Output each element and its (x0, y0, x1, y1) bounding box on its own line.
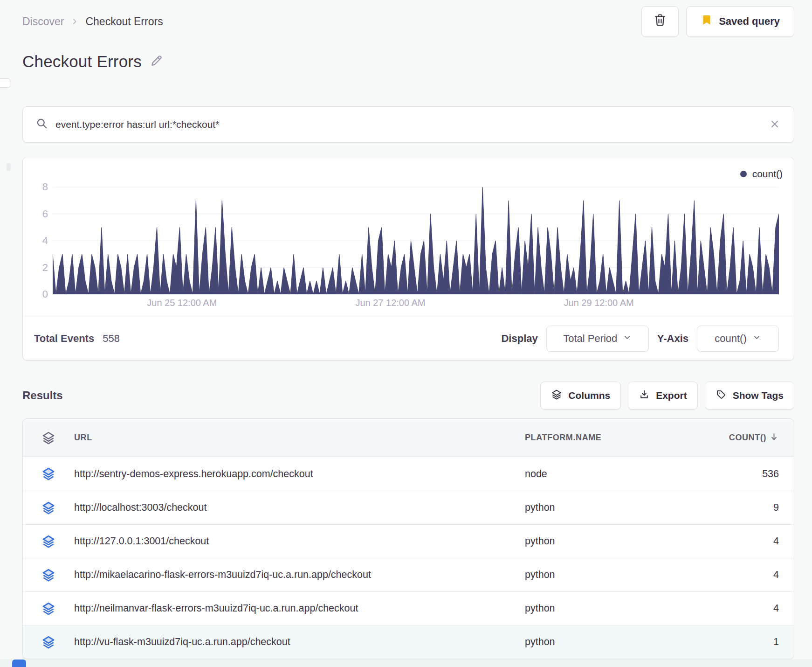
tag-icon (716, 389, 727, 403)
chart-plot: 02468 (53, 183, 779, 294)
chart-footer: Total Events 558 Display Total Period Y-… (34, 317, 783, 360)
column-header-count[interactable]: COUNT() (721, 432, 779, 444)
platform-cell[interactable]: python (525, 535, 721, 547)
clear-search-button[interactable] (770, 119, 780, 131)
chevron-down-icon (623, 333, 632, 345)
row-stack-icon[interactable] (41, 568, 74, 582)
chart-controls: Display Total Period Y-Axis count() (501, 326, 779, 352)
platform-cell[interactable]: python (525, 603, 721, 614)
page-header: Discover Checkout Errors (22, 0, 794, 36)
total-events: Total Events 558 (34, 333, 120, 345)
page-title: Checkout Errors (22, 52, 142, 71)
collapsed-sidebar-handle[interactable] (0, 78, 10, 88)
breadcrumb-current: Checkout Errors (85, 15, 163, 28)
show-tags-button[interactable]: Show Tags (705, 382, 794, 410)
count-cell[interactable]: 1 (721, 636, 779, 648)
trash-icon (653, 13, 667, 30)
yaxis-label: Y-Axis (657, 333, 688, 345)
search-input[interactable] (55, 119, 762, 130)
columns-button-label: Columns (568, 390, 610, 401)
saved-query-label: Saved query (719, 15, 780, 28)
edit-title-button[interactable] (149, 54, 163, 69)
chevron-down-icon (752, 333, 761, 345)
results-heading: Results (22, 389, 63, 402)
x-axis-labels: Jun 25 12:00 AMJun 27 12:00 AMJun 29 12:… (53, 294, 779, 311)
stack-icon (551, 389, 562, 403)
total-events-label: Total Events (34, 333, 94, 345)
platform-cell[interactable]: python (525, 636, 721, 648)
stack-icon[interactable] (41, 431, 74, 445)
column-header-count-label: COUNT() (729, 433, 766, 443)
count-cell[interactable]: 4 (721, 569, 779, 581)
y-axis-tick: 2 (31, 262, 48, 274)
legend-dot (740, 171, 747, 177)
count-cell[interactable]: 9 (721, 502, 779, 514)
bottom-left-widget[interactable] (12, 660, 26, 667)
platform-cell[interactable]: python (525, 502, 721, 514)
column-header-url[interactable]: URL (74, 433, 525, 443)
breadcrumb-discover-link[interactable]: Discover (22, 15, 64, 28)
search-icon (36, 118, 48, 132)
show-tags-button-label: Show Tags (733, 390, 784, 401)
header-actions: Saved query (641, 6, 794, 37)
export-button[interactable]: Export (628, 382, 698, 410)
y-axis-tick: 0 (31, 288, 48, 300)
row-stack-icon[interactable] (41, 467, 74, 481)
table-row: http://sentry-demos-express.herokuapp.co… (23, 457, 794, 491)
table-row: http://127.0.0.1:3001/checkout python 4 (23, 524, 794, 558)
area-chart-svg (53, 183, 779, 294)
chart-legend: count() (34, 165, 783, 183)
results-buttons: Columns Export Show Tags (540, 382, 794, 410)
columns-button[interactable]: Columns (540, 382, 621, 410)
x-axis-label: Jun 29 12:00 AM (564, 298, 634, 308)
edge-scroll-nub (7, 163, 11, 171)
yaxis-dropdown[interactable]: count() (697, 326, 779, 352)
saved-query-button[interactable]: Saved query (686, 6, 794, 37)
legend-label: count() (752, 168, 783, 180)
url-cell[interactable]: http://127.0.0.1:3001/checkout (74, 535, 525, 547)
title-row: Checkout Errors (22, 50, 794, 73)
url-cell[interactable]: http://localhost:3003/checkout (74, 502, 525, 514)
table-header: URL PLATFORM.NAME COUNT() (23, 419, 794, 457)
export-button-label: Export (656, 390, 687, 401)
discover-page: Discover Checkout Errors (22, 0, 794, 659)
bottom-strip (0, 659, 812, 667)
url-cell[interactable]: http://mikaelacarino-flask-errors-m3uuiz… (74, 569, 525, 581)
y-axis-tick: 4 (31, 235, 48, 247)
total-events-value: 558 (103, 333, 120, 345)
close-icon (770, 119, 780, 131)
yaxis-dropdown-value: count() (715, 333, 746, 345)
y-axis-tick: 8 (31, 181, 48, 193)
pencil-icon (149, 54, 163, 69)
y-axis-tick: 6 (31, 208, 48, 220)
url-cell[interactable]: http://neilmanvar-flask-errors-m3uuizd7i… (74, 603, 525, 614)
display-label: Display (501, 333, 537, 345)
url-cell[interactable]: http://sentry-demos-express.herokuapp.co… (74, 468, 525, 480)
platform-cell[interactable]: node (525, 468, 721, 480)
table-body: http://sentry-demos-express.herokuapp.co… (23, 457, 794, 659)
row-stack-icon[interactable] (41, 535, 74, 549)
row-stack-icon[interactable] (41, 602, 74, 616)
table-row: http://localhost:3003/checkout python 9 (23, 491, 794, 524)
count-cell[interactable]: 536 (721, 468, 779, 480)
row-stack-icon[interactable] (41, 635, 74, 649)
display-dropdown[interactable]: Total Period (546, 326, 649, 352)
url-cell[interactable]: http://vu-flask-m3uuizd7iq-uc.a.run.app/… (74, 636, 525, 648)
sort-desc-icon (769, 432, 779, 444)
bookmark-icon (701, 14, 713, 29)
x-axis-label: Jun 27 12:00 AM (355, 298, 425, 308)
count-cell[interactable]: 4 (721, 603, 779, 614)
column-header-platform[interactable]: PLATFORM.NAME (525, 433, 721, 443)
table-row: http://mikaelacarino-flask-errors-m3uuiz… (23, 558, 794, 591)
count-cell[interactable]: 4 (721, 535, 779, 547)
delete-query-button[interactable] (641, 6, 679, 37)
row-stack-icon[interactable] (41, 501, 74, 515)
legend-item-count[interactable]: count() (740, 168, 783, 180)
table-row: http://neilmanvar-flask-errors-m3uuizd7i… (23, 591, 794, 625)
results-row: Results Columns Export (22, 381, 794, 410)
search-bar (22, 106, 794, 143)
platform-cell[interactable]: python (525, 569, 721, 581)
breadcrumb-chevron-icon (70, 17, 79, 26)
download-icon (639, 389, 650, 403)
x-axis-label: Jun 25 12:00 AM (147, 298, 217, 308)
